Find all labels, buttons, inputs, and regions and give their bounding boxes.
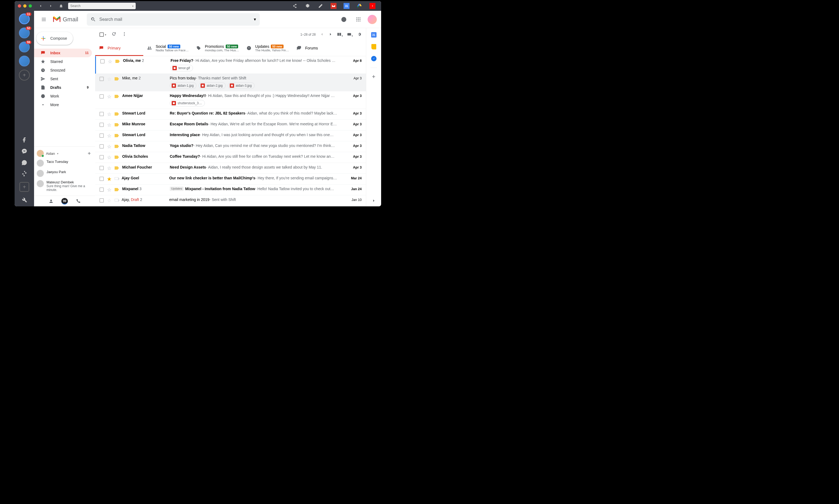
layers-button[interactable] [301, 1, 314, 11]
hangouts-contact[interactable]: Mateusz DembekSure thing man! Give me a … [34, 179, 95, 193]
star-icon[interactable]: ☆ [107, 111, 111, 117]
email-row[interactable]: ☆ Ajay, Draft 2 email marketing in 2019 … [95, 195, 366, 206]
minimize-window-button[interactable] [23, 4, 27, 7]
importance-marker[interactable] [115, 134, 119, 137]
youtube-app-icon[interactable] [366, 1, 379, 11]
importance-marker[interactable] [115, 123, 119, 126]
importance-marker[interactable] [115, 177, 118, 180]
email-row[interactable]: ★ Ajay Goel Our new link checker is bett… [95, 174, 366, 184]
edit-button[interactable] [314, 1, 327, 11]
importance-marker[interactable] [115, 188, 119, 191]
email-row[interactable]: ☆ Stewart Lord Re: Buyer's Question re: … [95, 109, 366, 120]
email-row[interactable]: ☆ Mike Munroe Escape Room Details - Hey … [95, 120, 366, 130]
whatsapp-icon[interactable] [21, 159, 28, 166]
email-checkbox[interactable] [100, 112, 104, 116]
star-icon[interactable]: ☆ [107, 122, 111, 128]
email-row[interactable]: ☆ Stewart Lord Interesting place - Hey A… [95, 130, 366, 141]
email-checkbox[interactable] [100, 155, 104, 159]
attachment-chip[interactable]: aidan-3.jpg [228, 83, 255, 89]
main-menu-button[interactable] [38, 14, 49, 25]
split-pane-button[interactable]: ▾ [337, 32, 343, 38]
user-avatar[interactable] [368, 15, 377, 24]
notifications-button[interactable] [57, 2, 65, 10]
tab-primary[interactable]: Primary [95, 41, 143, 56]
importance-marker[interactable] [115, 95, 119, 98]
hangouts-conversations-tab[interactable]: 99 [62, 198, 68, 204]
side-calendar-icon[interactable]: 31 [371, 32, 377, 38]
star-icon[interactable]: ☆ [107, 155, 111, 160]
search-dropdown-icon[interactable]: ▾ [132, 5, 134, 7]
close-window-button[interactable] [18, 4, 21, 7]
add-app-button[interactable]: + [19, 182, 29, 192]
email-checkbox[interactable] [100, 133, 104, 138]
hangouts-contact[interactable]: Taco Tuesday [34, 158, 95, 168]
star-icon[interactable]: ☆ [107, 76, 111, 82]
tab-updates[interactable]: Updates50 newThe Hustle, Yahoo Fin… [243, 41, 293, 56]
attachment-chip[interactable]: shutterstock_3… [170, 100, 205, 106]
gmail-logo[interactable]: Gmail [52, 16, 78, 23]
importance-marker[interactable] [115, 199, 118, 201]
next-page-button[interactable] [328, 32, 333, 38]
prev-page-button[interactable] [319, 32, 325, 38]
star-icon[interactable]: ☆ [107, 198, 111, 204]
nav-snoozed[interactable]: Snoozed [34, 66, 92, 74]
email-checkbox[interactable] [100, 94, 104, 98]
tab-forums[interactable]: Forums [293, 41, 341, 56]
email-checkbox[interactable] [100, 166, 104, 170]
nav-inbox[interactable]: Inbox11 [34, 49, 92, 57]
select-dropdown[interactable]: ▾ [105, 33, 106, 36]
select-all-checkbox[interactable] [100, 32, 104, 37]
calendar-app-icon[interactable]: 31 [340, 1, 353, 11]
account-3[interactable]: 59 [19, 41, 30, 52]
importance-marker[interactable] [116, 60, 120, 63]
star-icon[interactable]: ☆ [107, 94, 111, 100]
star-icon[interactable]: ☆ [107, 144, 111, 150]
side-tasks-icon[interactable] [371, 56, 377, 61]
star-icon[interactable]: ★ [107, 176, 111, 182]
star-icon[interactable]: ☆ [107, 187, 111, 193]
account-4[interactable] [19, 56, 30, 67]
gmail-search[interactable]: Search mail ▾ [87, 13, 260, 26]
account-2[interactable]: 52 [19, 28, 30, 38]
search-options-icon[interactable]: ▾ [254, 17, 256, 22]
email-list[interactable]: ☆ Olivia, me 2 Free Friday? - Hi Aidan, … [95, 56, 366, 206]
account-1[interactable]: 11 [19, 14, 30, 24]
side-panel-collapse[interactable] [371, 198, 377, 204]
star-icon[interactable]: ☆ [107, 165, 111, 171]
email-row[interactable]: ☆ Mike, me 2 Pics from today - Thanks ma… [95, 74, 366, 91]
hangouts-status-dropdown[interactable]: ▾ [57, 152, 58, 155]
side-keep-icon[interactable] [371, 44, 377, 50]
refresh-button[interactable] [112, 32, 117, 38]
email-row[interactable]: ☆ Amee Nijjar Happy Wednesday!! - Hi Aid… [95, 91, 366, 109]
email-row[interactable]: ☆ Olivia Scholes Coffee Tuesday? - Hi Ai… [95, 152, 366, 163]
facebook-icon[interactable] [21, 137, 28, 143]
slack-icon[interactable] [21, 171, 28, 177]
hangouts-contact[interactable]: Jaeyou Park [34, 168, 95, 179]
nav-work[interactable]: Work [34, 92, 92, 101]
forward-button[interactable] [47, 2, 55, 10]
tab-social[interactable]: Social50 newNadia Tatlow on Face… [143, 41, 192, 56]
email-checkbox[interactable] [100, 59, 105, 64]
email-checkbox[interactable] [100, 177, 104, 181]
email-checkbox[interactable] [100, 123, 104, 127]
nav-more[interactable]: More [34, 101, 92, 109]
hangouts-new-conversation[interactable]: + [88, 150, 92, 157]
attachment-chip[interactable]: tenor.gif [171, 65, 193, 71]
email-checkbox[interactable] [100, 198, 104, 202]
nav-starred[interactable]: Starred [34, 57, 92, 66]
nav-sent[interactable]: Sent [34, 74, 92, 83]
importance-marker[interactable] [115, 156, 119, 159]
shift-search[interactable]: ▾ [68, 3, 136, 9]
attachment-chip[interactable]: aidan-1.jpg [170, 83, 196, 89]
hangouts-header[interactable]: Aidan ▾ + [34, 149, 95, 158]
drive-app-icon[interactable] [353, 1, 366, 11]
attachment-chip[interactable]: aidan-2.jpg [199, 83, 225, 89]
email-checkbox[interactable] [100, 77, 104, 81]
maximize-window-button[interactable] [29, 4, 32, 7]
back-button[interactable] [36, 2, 45, 10]
messenger-icon[interactable] [21, 148, 28, 155]
importance-marker[interactable] [115, 166, 119, 169]
hangouts-contacts-tab[interactable] [47, 197, 55, 205]
email-row[interactable]: ☆ Mixpanel 3 UpdatesMixpanel - Invitatio… [95, 184, 366, 195]
email-row[interactable]: ☆ Michael Foucher Need Design Assets - A… [95, 163, 366, 174]
